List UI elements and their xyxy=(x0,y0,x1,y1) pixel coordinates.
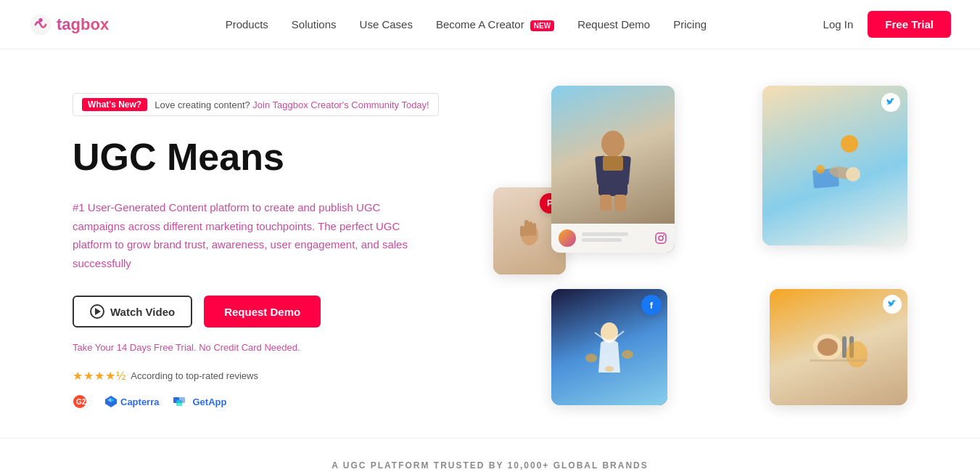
facebook-badge: f xyxy=(641,295,662,315)
twitter-badge-food xyxy=(883,295,902,314)
man-card-overlay xyxy=(551,224,675,253)
login-link[interactable]: Log In xyxy=(823,18,854,30)
mini-lines xyxy=(582,232,648,244)
nav-link-products[interactable]: Products xyxy=(226,18,268,30)
svg-rect-16 xyxy=(520,226,524,237)
no-credit-card-text: No Credit Card Needed. xyxy=(199,342,300,353)
hero-section: What's New? Love creating content? Join … xyxy=(0,49,980,438)
festival-image xyxy=(580,311,638,383)
svg-rect-24 xyxy=(656,233,666,243)
svg-point-27 xyxy=(841,135,858,152)
nav-link-become-creator[interactable]: Become A Creator NEW xyxy=(436,18,554,30)
review-logos: G2 Capterra xyxy=(73,394,464,409)
capterra-label: Capterra xyxy=(120,396,159,407)
getapp-logo[interactable]: GetApp xyxy=(173,395,226,408)
play-icon xyxy=(90,304,104,319)
twitter-badge-beach xyxy=(881,93,900,112)
capterra-logo[interactable]: Capterra xyxy=(104,395,159,408)
review-text: According to top-rated reviews xyxy=(131,370,258,381)
nav-link-pricing[interactable]: Pricing xyxy=(673,18,707,30)
trusted-label: A UGC PLATFORM TRUSTED BY 10,000+ GLOBAL… xyxy=(29,460,951,471)
food-image xyxy=(802,314,875,380)
watch-video-button[interactable]: Watch Video xyxy=(73,296,192,327)
g2-icon: G2 xyxy=(73,394,87,409)
request-demo-button[interactable]: Request Demo xyxy=(204,296,321,327)
reviews: ★★★★½ According to top-rated reviews xyxy=(73,369,464,383)
capterra-icon xyxy=(104,395,118,408)
svg-point-37 xyxy=(622,350,633,359)
svg-rect-23 xyxy=(603,156,623,171)
trusted-brands-section: A UGC PLATFORM TRUSTED BY 10,000+ GLOBAL… xyxy=(0,438,980,472)
man-image xyxy=(584,126,642,213)
logo-icon xyxy=(29,13,52,36)
nav-actions: Log In Free Trial xyxy=(823,11,951,38)
svg-rect-15 xyxy=(532,223,536,236)
svg-point-38 xyxy=(605,366,614,372)
instagram-icon xyxy=(654,232,667,245)
svg-point-25 xyxy=(659,236,663,240)
hero-title: UGC Means xyxy=(73,137,464,178)
hero-buttons: Watch Video Request Demo xyxy=(73,296,464,327)
svg-text:G2: G2 xyxy=(76,398,86,406)
svg-rect-22 xyxy=(614,195,626,211)
getapp-label: GetApp xyxy=(192,396,226,407)
svg-point-32 xyxy=(816,165,825,174)
svg-point-36 xyxy=(585,354,597,362)
navbar: tagbox Products Solutions Use Cases Beco… xyxy=(0,0,980,49)
svg-rect-44 xyxy=(810,359,868,362)
svg-rect-14 xyxy=(529,221,532,236)
svg-rect-11 xyxy=(179,397,185,403)
nav-link-solutions[interactable]: Solutions xyxy=(292,18,337,30)
whats-new-text: Love creating content? Join Taggbox Crea… xyxy=(155,99,429,110)
nav-link-request-demo[interactable]: Request Demo xyxy=(577,18,650,30)
hero-image-collage: P xyxy=(493,86,922,405)
hero-left: What's New? Love creating content? Join … xyxy=(73,86,464,409)
svg-point-1 xyxy=(38,18,42,22)
svg-rect-21 xyxy=(600,195,612,211)
svg-point-17 xyxy=(601,131,625,157)
man-card xyxy=(551,86,675,253)
nav-link-use-cases[interactable]: Use Cases xyxy=(360,18,413,30)
svg-point-31 xyxy=(846,167,860,182)
festival-card: f xyxy=(551,289,667,405)
play-triangle xyxy=(95,308,101,315)
beach-card xyxy=(762,86,907,245)
food-card xyxy=(770,289,907,405)
whats-new-badge[interactable]: What's New? xyxy=(82,98,147,111)
whats-new-banner: What's New? Love creating content? Join … xyxy=(73,93,439,116)
beach-image xyxy=(799,129,871,202)
g2-logo[interactable]: G2 xyxy=(73,394,90,409)
logo[interactable]: tagbox xyxy=(29,13,109,36)
mini-avatar xyxy=(559,229,576,247)
free-trial-button[interactable]: Free Trial xyxy=(868,11,951,38)
svg-point-26 xyxy=(663,235,664,236)
trial-text: Take Your 14 Days Free Trial. No Credit … xyxy=(73,342,464,353)
logo-text: tagbox xyxy=(57,15,109,34)
svg-point-43 xyxy=(846,341,868,367)
hand-image xyxy=(511,213,548,249)
getapp-icon xyxy=(173,395,189,408)
svg-rect-13 xyxy=(524,220,529,236)
whats-new-link[interactable]: Join Taggbox Creator's Community Today! xyxy=(252,99,429,110)
nav-links: Products Solutions Use Cases Become A Cr… xyxy=(226,18,707,30)
star-rating: ★★★★½ xyxy=(73,369,126,383)
svg-point-40 xyxy=(818,338,838,356)
new-badge: NEW xyxy=(530,20,554,31)
hero-description: #1 User-Generated Content platform to cr… xyxy=(73,198,421,272)
